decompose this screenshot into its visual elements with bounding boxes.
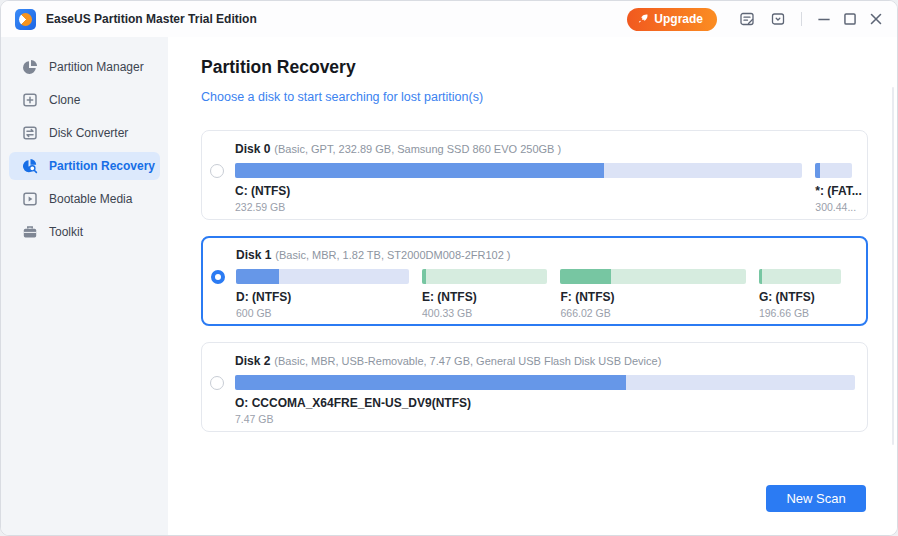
partition-used-fill [560,269,610,284]
disk-radio-disk-1[interactable] [211,270,225,284]
sidebar-item-partition-manager[interactable]: Partition Manager [9,53,160,81]
partition[interactable]: O: CCCOMA_X64FRE_EN-US_DV9(NTFS)7.47 GB [235,375,855,425]
disk-row: C: (NTFS)232.59 GB*: (FAT...300.44... [202,163,867,213]
partition[interactable]: F: (NTFS)666.02 GB [560,269,745,319]
page-title: Partition Recovery [201,57,356,78]
partition-usage-bar [235,163,802,178]
partition-usage-bar [815,163,852,178]
scrollbar[interactable] [892,87,894,445]
titlebar-divider [801,12,802,26]
partition[interactable]: *: (FAT...300.44... [815,163,852,213]
partition-size: 666.02 GB [560,307,745,319]
partition-used-fill [759,269,762,284]
sidebar-item-label: Disk Converter [49,126,128,140]
partition-used-fill [815,163,819,178]
sidebar-item-label: Partition Manager [49,60,144,74]
app-logo-icon [15,9,36,30]
partition-recovery-icon [22,158,38,174]
partition-size: 7.47 GB [235,413,855,425]
sidebar-item-clone[interactable]: Clone [9,86,160,114]
partition-label: *: (FAT... [815,184,852,198]
partition-usage-bar [560,269,745,284]
partition-label: D: (NTFS) [236,290,409,304]
rocket-icon [637,13,649,25]
sidebar-item-label: Bootable Media [49,192,132,206]
disk-radio-disk-0[interactable] [210,164,224,178]
disk-details: (Basic, MBR, USB-Removable, 7.47 GB, Gen… [274,355,661,367]
disk-name: Disk 0 [235,142,270,156]
partition-size: 300.44... [815,201,852,213]
partition-label: F: (NTFS) [560,290,745,304]
toolkit-icon [22,224,38,240]
sidebar-item-bootable-media[interactable]: Bootable Media [9,185,160,213]
disk-name: Disk 2 [235,354,270,368]
disk-converter-icon [22,125,38,141]
sidebar-item-disk-converter[interactable]: Disk Converter [9,119,160,147]
new-scan-button[interactable]: New Scan [766,485,866,512]
bootable-media-icon [22,191,38,207]
partition-usage-bar [422,269,547,284]
clone-icon [22,92,38,108]
sidebar: Partition ManagerCloneDisk ConverterPart… [1,37,168,535]
partition-list: O: CCCOMA_X64FRE_EN-US_DV9(NTFS)7.47 GB [235,375,855,425]
main-content: Partition Recovery Choose a disk to star… [168,37,897,535]
sidebar-item-partition-recovery[interactable]: Partition Recovery [9,152,160,180]
pie-chart-icon [22,59,38,75]
partition-list: D: (NTFS)600 GBE: (NTFS)400.33 GBF: (NTF… [236,269,854,319]
disk-header: Disk 1(Basic, MBR, 1.82 TB, ST2000DM008-… [236,248,866,262]
maximize-button[interactable] [841,10,859,28]
upgrade-label: Upgrade [654,12,703,26]
partition-size: 196.66 GB [759,307,841,319]
sidebar-item-label: Partition Recovery [49,159,155,173]
titlebar: EaseUS Partition Master Trial Edition Up… [1,1,897,37]
partition-usage-bar [759,269,841,284]
partition-usage-bar [236,269,409,284]
partition-used-fill [422,269,426,284]
sidebar-item-label: Clone [49,93,80,107]
partition-label: G: (NTFS) [759,290,841,304]
disk-list: Disk 0(Basic, GPT, 232.89 GB, Samsung SS… [201,130,868,448]
partition[interactable]: E: (NTFS)400.33 GB [422,269,547,319]
partition-label: E: (NTFS) [422,290,547,304]
disk-card-disk-2[interactable]: Disk 2(Basic, MBR, USB-Removable, 7.47 G… [201,342,868,432]
disk-card-disk-0[interactable]: Disk 0(Basic, GPT, 232.89 GB, Samsung SS… [201,130,868,220]
feedback-icon[interactable] [739,11,755,27]
close-button[interactable] [867,10,885,28]
partition-usage-bar [235,375,855,390]
sidebar-item-label: Toolkit [49,225,83,239]
partition-used-fill [235,163,604,178]
partition-used-fill [236,269,279,284]
disk-name: Disk 1 [236,248,271,262]
partition-size: 600 GB [236,307,409,319]
disk-row: O: CCCOMA_X64FRE_EN-US_DV9(NTFS)7.47 GB [202,375,867,425]
partition-label: O: CCCOMA_X64FRE_EN-US_DV9(NTFS) [235,396,855,410]
disk-row: D: (NTFS)600 GBE: (NTFS)400.33 GBF: (NTF… [203,269,866,319]
disk-details: (Basic, MBR, 1.82 TB, ST2000DM008-2FR102… [275,249,510,261]
app-title: EaseUS Partition Master Trial Edition [46,12,257,26]
disk-radio-disk-2[interactable] [210,376,224,390]
partition-size: 232.59 GB [235,201,802,213]
disk-header: Disk 0(Basic, GPT, 232.89 GB, Samsung SS… [235,142,867,156]
partition[interactable]: D: (NTFS)600 GB [236,269,409,319]
partition-used-fill [235,375,626,390]
page-subtitle: Choose a disk to start searching for los… [201,90,483,104]
disk-header: Disk 2(Basic, MBR, USB-Removable, 7.47 G… [235,354,867,368]
disk-details: (Basic, GPT, 232.89 GB, Samsung SSD 860 … [274,143,561,155]
disk-card-disk-1[interactable]: Disk 1(Basic, MBR, 1.82 TB, ST2000DM008-… [201,236,868,326]
sidebar-item-toolkit[interactable]: Toolkit [9,218,160,246]
app-window: EaseUS Partition Master Trial Edition Up… [0,0,898,536]
panel-toggle-icon[interactable] [770,11,786,27]
upgrade-button[interactable]: Upgrade [627,8,717,31]
partition-size: 400.33 GB [422,307,547,319]
minimize-button[interactable] [815,10,833,28]
partition[interactable]: C: (NTFS)232.59 GB [235,163,802,213]
partition-label: C: (NTFS) [235,184,802,198]
partition-list: C: (NTFS)232.59 GB*: (FAT...300.44... [235,163,855,213]
partition[interactable]: G: (NTFS)196.66 GB [759,269,841,319]
